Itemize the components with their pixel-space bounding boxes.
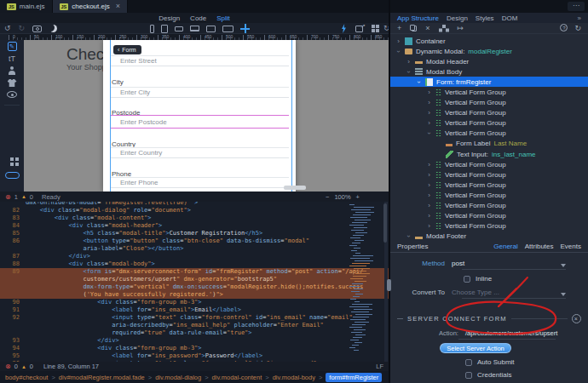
inline-checkbox[interactable] (464, 276, 470, 283)
tree-chevron-icon[interactable]: › (426, 202, 432, 209)
sitemap-icon[interactable] (442, 25, 446, 28)
panel-resize-grip[interactable] (387, 279, 391, 291)
breadcrumb-item[interactable]: div.modal-content (212, 374, 262, 381)
tab-design[interactable]: Design (447, 14, 468, 22)
tree-item[interactable]: ›Vertical Form Group (390, 169, 588, 180)
code-line[interactable]: 82 <div class="modal-dialog" role="docum… (0, 207, 389, 214)
code-line[interactable]: 86 <button type="button" class="btn-clos… (0, 237, 389, 245)
code-line[interactable]: 95 <label for="ins_password">Password</l… (0, 352, 389, 360)
close-tab-icon[interactable]: × (116, 3, 120, 10)
device-laptop-icon[interactable] (190, 26, 199, 31)
tree-chevron-icon[interactable]: › (425, 130, 433, 136)
code-line[interactable]: 85 <h5 class="modal-title">Customer Regi… (0, 230, 389, 237)
tree-chevron-icon[interactable]: › (405, 233, 412, 239)
open-in-browser-icon[interactable]: ↗ (355, 26, 363, 32)
code-editor[interactable]: dmx-on:hide-bs-modal="frmRegister.reset(… (0, 202, 389, 362)
zoom-in-button[interactable]: + (356, 193, 360, 201)
code-line[interactable]: 93 </div> (0, 337, 389, 345)
undo-icon[interactable]: ↺ (4, 25, 11, 32)
tree-item[interactable]: ›Vertical Form Group (390, 87, 588, 97)
zoom-out-button[interactable]: − (326, 193, 329, 201)
device-desktop-icon[interactable] (206, 26, 216, 32)
code-line[interactable]: 89 <form is="dmx-serverconnect-form" id=… (0, 268, 389, 276)
tree-chevron-icon[interactable]: › (395, 49, 402, 54)
tree-item[interactable]: ›Modal Header (390, 56, 588, 66)
tree-item[interactable]: ›Vertical Form Group (390, 98, 588, 108)
tree-chevron-icon[interactable]: › (426, 192, 432, 199)
tree-chevron-icon[interactable]: › (426, 161, 432, 169)
tree-chevron-icon[interactable]: › (395, 37, 401, 45)
tab-dom[interactable]: DOM (502, 14, 518, 22)
code-line[interactable]: 94 <div class="form-group mb-3"> (0, 345, 389, 352)
view-mode-split[interactable]: Split (216, 14, 230, 22)
dark-mode-icon[interactable] (49, 25, 57, 32)
more-options-button[interactable]: ⋯ (568, 2, 585, 11)
code-line[interactable]: 91 <label for="ins_email">Email</label> (0, 306, 389, 314)
design-text-input[interactable]: Enter City (111, 87, 289, 98)
tree-item[interactable]: ›Vertical Form Group (390, 180, 588, 190)
device-phone-icon[interactable] (150, 25, 154, 33)
code-line[interactable]: dmx-form-type="vertical" dmx-on:success=… (0, 283, 389, 291)
breadcrumb-item[interactable]: div.modal-body (273, 374, 315, 381)
code-line[interactable]: 90 <div class="form-group mb-3"> (0, 299, 389, 306)
action-input[interactable]: /api/customers/customers/upsert (465, 329, 557, 337)
delete-component-button[interactable]: × (425, 24, 429, 32)
tab-checkout-ejs[interactable]: JS checkout.ejs × (53, 0, 128, 13)
tree-chevron-icon[interactable]: › (405, 69, 412, 75)
tree-item[interactable]: ›Modal Body (390, 66, 588, 77)
tree-item[interactable]: ›Vertical Form Group (390, 190, 588, 200)
tree-item[interactable]: ›Container (390, 36, 588, 46)
tab-app-structure[interactable]: App Structure (397, 14, 439, 22)
selection-badge[interactable]: ‹ Form (113, 45, 141, 54)
tree-chevron-icon[interactable]: › (426, 119, 432, 127)
method-select[interactable]: post (452, 260, 464, 267)
view-mode-design[interactable]: Design (159, 14, 180, 22)
move-into-icon[interactable]: ↦ (458, 24, 464, 32)
eol-indicator[interactable]: LF (376, 363, 383, 370)
tree-chevron-icon[interactable]: › (426, 222, 432, 230)
tree-item[interactable]: ›Form LabelLast Name (390, 139, 588, 149)
tree-item[interactable]: ›Text Input:ins_last_name (390, 149, 588, 159)
theme-icon[interactable] (8, 79, 17, 87)
design-text-input[interactable]: Enter Country (111, 147, 289, 158)
tree-chevron-icon[interactable]: › (415, 79, 423, 85)
tree-chevron-icon[interactable]: › (406, 58, 412, 66)
registration-modal[interactable]: ‹ Form Enter StreetCityEnter CityPostcod… (103, 40, 296, 192)
tree-item[interactable]: ›Modal Footer (390, 232, 588, 241)
tree-item[interactable]: ›Vertical Form Group (390, 221, 588, 232)
chevron-down-icon[interactable] (561, 264, 566, 267)
convert-to-select[interactable]: Choose Type ... (452, 289, 499, 296)
design-text-input[interactable]: Enter Postcode (111, 115, 289, 129)
tab-attributes[interactable]: Attributes (525, 243, 554, 250)
field-label[interactable]: City (112, 78, 124, 86)
code-line[interactable]: 88 <div class="modal-body"> (0, 260, 389, 268)
select-server-action-button[interactable]: Select Server Action (440, 343, 511, 353)
code-line[interactable]: aria-describedby="ins_email_help" placeh… (0, 322, 389, 329)
design-text-input[interactable]: Enter Street (111, 55, 289, 66)
tree-item[interactable]: ›Vertical Form Group (390, 159, 588, 169)
redo-icon[interactable]: ↻ (19, 25, 26, 32)
code-minimap[interactable] (349, 204, 382, 357)
code-line[interactable]: 87 </div> (0, 253, 389, 260)
refresh-structure-icon[interactable]: ↻ (574, 24, 581, 32)
grid-view-icon[interactable] (372, 25, 375, 28)
tree-item[interactable]: ›Form: frmRegister (390, 77, 588, 87)
code-line[interactable]: 92 <input type="text" class="form-contro… (0, 314, 389, 322)
view-mode-code[interactable]: Code (190, 14, 206, 22)
design-text-input[interactable]: Enter Phone (111, 177, 289, 188)
credentials-checkbox[interactable] (465, 372, 472, 379)
device-tv-icon[interactable] (222, 26, 233, 32)
screenshot-icon[interactable] (32, 26, 42, 32)
remove-server-connect-icon[interactable]: × (572, 314, 581, 323)
breadcrumb-item[interactable]: body#checkout (5, 374, 48, 381)
duplicate-icon[interactable] (410, 25, 417, 31)
code-line[interactable]: aria-label="Close"></button> (0, 245, 389, 253)
code-line[interactable]: ('You have successfully registered.')"> (0, 291, 389, 299)
canvas-horizontal-scrollbar[interactable] (284, 186, 306, 190)
add-component-button[interactable]: + (397, 24, 401, 32)
breadcrumb-item[interactable]: div.modal-dialog (155, 374, 201, 381)
tab-main-ejs[interactable]: JS main.ejs (0, 0, 53, 13)
tree-item[interactable]: ›Vertical Form Group (390, 108, 588, 118)
breadcrumb-item[interactable]: form#frmRegister (326, 373, 382, 382)
tree-item[interactable]: ›Vertical Form Group (390, 129, 588, 139)
